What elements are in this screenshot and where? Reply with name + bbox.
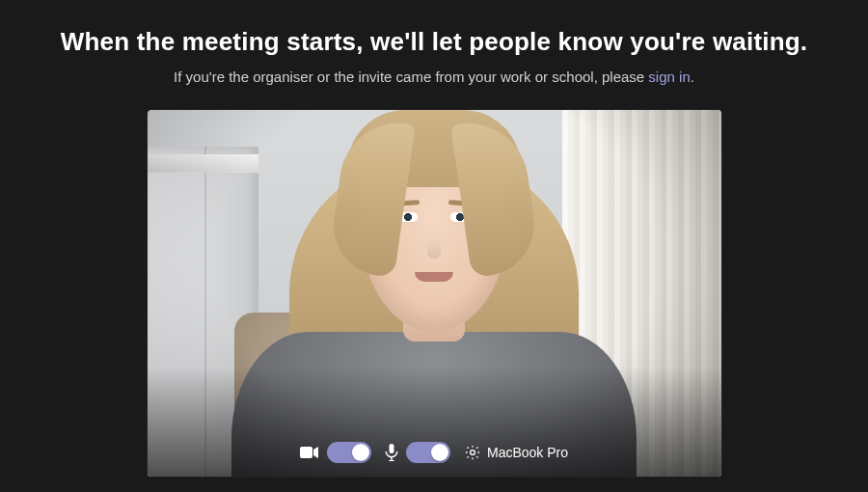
- subline-prefix: If you're the organiser or the invite ca…: [174, 68, 648, 85]
- camera-control: [300, 442, 371, 463]
- mic-control: [385, 442, 450, 463]
- camera-toggle[interactable]: [327, 442, 371, 463]
- subline-suffix: .: [691, 68, 694, 85]
- pre-join-screen: When the meeting starts, we'll let peopl…: [0, 0, 868, 492]
- mic-toggle[interactable]: [406, 442, 450, 463]
- camera-icon: [300, 446, 319, 459]
- device-label: MacBook Pro: [487, 445, 568, 460]
- camera-preview: MacBook Pro: [148, 110, 721, 477]
- svg-point-2: [471, 451, 475, 455]
- camera-preview-image: [148, 110, 721, 477]
- sign-in-link[interactable]: sign in: [648, 68, 690, 85]
- svg-rect-1: [389, 444, 393, 453]
- svg-rect-0: [300, 447, 312, 458]
- waiting-headline: When the meeting starts, we'll let peopl…: [61, 27, 808, 57]
- microphone-icon: [385, 444, 398, 461]
- device-settings-button[interactable]: MacBook Pro: [464, 444, 568, 461]
- waiting-subline: If you're the organiser or the invite ca…: [174, 68, 694, 85]
- gear-icon: [464, 444, 481, 461]
- preview-controls: MacBook Pro: [148, 442, 721, 463]
